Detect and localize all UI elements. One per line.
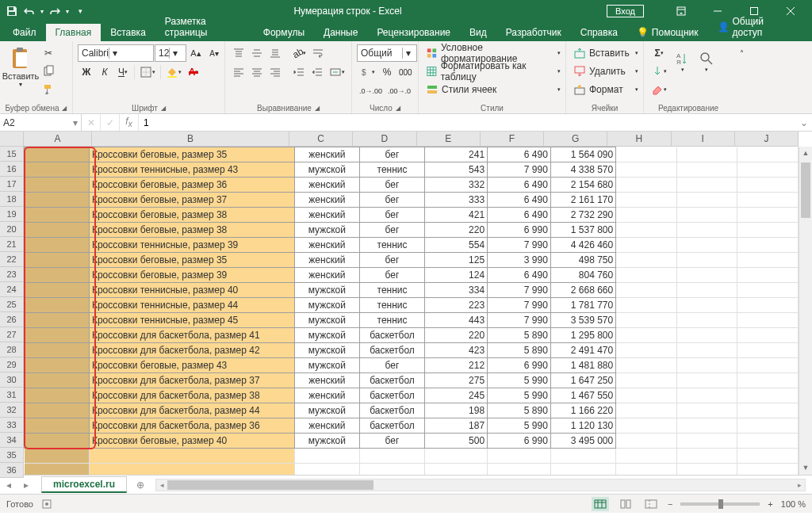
row-header[interactable]: 15 (0, 147, 23, 162)
share-button[interactable]: 👤Общий доступ (708, 13, 799, 41)
cell[interactable] (737, 328, 799, 343)
save-icon[interactable] (3, 2, 21, 20)
cell[interactable] (25, 193, 90, 208)
cell[interactable] (737, 162, 799, 178)
cell[interactable]: мужской (295, 162, 360, 178)
row-header[interactable]: 22 (0, 252, 23, 267)
redo-menu[interactable]: ▾ (63, 2, 71, 20)
new-sheet-button[interactable]: ⊕ (132, 477, 149, 493)
row-header[interactable]: 31 (0, 388, 23, 403)
delete-cells-button[interactable]: Удалить▾ (571, 63, 641, 80)
row-header[interactable]: 35 (0, 448, 23, 463)
cell[interactable] (676, 193, 737, 208)
cell[interactable] (616, 162, 677, 178)
row-header[interactable]: 27 (0, 327, 23, 342)
fill-color-button[interactable]: ▾ (163, 63, 184, 81)
number-launcher[interactable]: ◢ (396, 105, 400, 112)
cell[interactable]: мужской (295, 434, 360, 449)
cell[interactable] (25, 403, 90, 418)
font-color-button[interactable]: A▾ (185, 63, 202, 81)
row-header[interactable]: 23 (0, 267, 23, 282)
zoom-out-button[interactable]: − (668, 499, 672, 509)
cell[interactable]: мужской (295, 283, 360, 298)
cell[interactable]: Кроссовки беговые, размер 38 (89, 223, 294, 238)
align-right-button[interactable] (266, 63, 284, 81)
cell[interactable]: мужской (295, 328, 360, 343)
cell[interactable]: 554 (425, 238, 488, 253)
cell[interactable] (25, 418, 90, 434)
column-header-C[interactable]: C (289, 132, 353, 146)
cell[interactable] (359, 464, 425, 476)
cell[interactable] (676, 223, 737, 238)
zoom-slider[interactable] (680, 502, 760, 506)
cell[interactable]: баскетбол (359, 328, 425, 343)
cell[interactable] (676, 283, 737, 298)
underline-button[interactable]: Ч▾ (114, 63, 132, 81)
cell[interactable]: 1 467 550 (550, 388, 615, 403)
sheet-tab[interactable]: microexcel.ru (41, 476, 127, 493)
align-bottom-button[interactable] (266, 44, 284, 62)
cell[interactable] (25, 388, 90, 403)
cell[interactable]: 5 990 (488, 418, 551, 434)
cell[interactable]: баскетбол (359, 403, 425, 418)
insert-function-button[interactable]: fx (120, 114, 139, 131)
cell[interactable]: Кроссовки для баскетбола, размер 36 (89, 418, 294, 434)
copy-button[interactable] (40, 63, 57, 80)
cell[interactable]: мужской (295, 358, 360, 373)
cell[interactable] (616, 328, 677, 343)
cell[interactable]: бег (359, 434, 425, 449)
cell[interactable]: мужской (295, 343, 360, 358)
cell[interactable]: 3 990 (488, 253, 551, 268)
horizontal-scrollbar[interactable]: ◂ ▸ (155, 479, 806, 491)
fill-button[interactable]: ▾ (649, 63, 669, 80)
cell[interactable] (737, 147, 799, 162)
cell[interactable] (25, 373, 90, 388)
decrease-decimal-button[interactable]: .00→.0 (385, 82, 413, 100)
cell[interactable] (737, 434, 799, 449)
row-header[interactable]: 26 (0, 312, 23, 327)
cell[interactable]: 5 890 (488, 403, 551, 418)
decrease-indent-button[interactable] (290, 63, 308, 81)
cell[interactable] (295, 449, 360, 464)
paste-button[interactable]: Вставить▾ (5, 44, 36, 97)
cell[interactable] (616, 147, 677, 162)
cell[interactable] (25, 358, 90, 373)
align-center-button[interactable] (248, 63, 266, 81)
cell[interactable]: 7 990 (488, 298, 551, 313)
cell[interactable]: 6 490 (488, 268, 551, 283)
sheet-nav-prev[interactable]: ◂ (0, 479, 17, 491)
cell[interactable] (616, 268, 677, 283)
tab-formulas[interactable]: Формулы (254, 24, 314, 41)
cell[interactable]: Кроссовки теннисные, размер 39 (89, 238, 294, 253)
cell[interactable]: 245 (425, 388, 488, 403)
cell[interactable]: 1 166 220 (550, 403, 615, 418)
row-header[interactable]: 30 (0, 372, 23, 388)
cell[interactable]: 2 732 290 (550, 208, 615, 223)
cell[interactable]: 1 781 770 (550, 298, 615, 313)
cancel-formula-button[interactable]: ✕ (82, 114, 101, 131)
column-header-J[interactable]: J (735, 132, 799, 146)
align-middle-button[interactable] (248, 44, 266, 62)
cell[interactable] (425, 464, 488, 476)
cell[interactable] (616, 193, 677, 208)
row-header[interactable]: 18 (0, 192, 23, 207)
cell[interactable]: 275 (425, 373, 488, 388)
cell[interactable]: 804 760 (550, 268, 615, 283)
cell[interactable] (616, 358, 677, 373)
cell[interactable]: 220 (425, 223, 488, 238)
row-header[interactable]: 19 (0, 207, 23, 222)
cell[interactable]: 6 990 (488, 434, 551, 449)
align-top-button[interactable] (230, 44, 247, 62)
font-size-select[interactable]: 12▾ (155, 44, 186, 62)
cell[interactable]: 198 (425, 403, 488, 418)
cell[interactable]: Кроссовки теннисные, размер 44 (89, 298, 294, 313)
find-select-button[interactable]: ▾ (696, 44, 717, 79)
cell[interactable] (25, 162, 90, 178)
cell[interactable]: женский (295, 373, 360, 388)
cell[interactable] (25, 434, 90, 449)
name-box[interactable]: A2▾ (0, 114, 82, 131)
cell[interactable]: Кроссовки беговые, размер 36 (89, 178, 294, 193)
cell[interactable]: бег (359, 268, 425, 283)
bold-button[interactable]: Ж (78, 63, 95, 81)
cell[interactable]: женский (295, 418, 360, 434)
